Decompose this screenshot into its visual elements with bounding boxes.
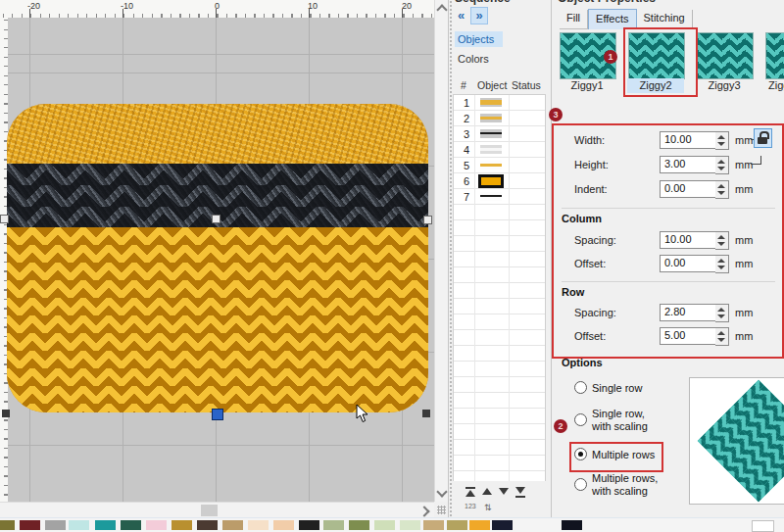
palette-swatch[interactable]: [562, 520, 582, 530]
annotation-badge-1: 1: [604, 50, 617, 64]
design-canvas[interactable]: [8, 18, 434, 502]
ruler-label: 10: [308, 1, 318, 11]
pattern-label-ziggy3[interactable]: Ziggy3: [696, 78, 753, 93]
palette-swatch[interactable]: [172, 520, 192, 530]
move-down-button[interactable]: [496, 487, 510, 499]
object-row-number: 5: [456, 160, 469, 171]
palette-swatch[interactable]: [492, 520, 513, 530]
selection-handle-center[interactable]: [212, 215, 220, 223]
palette-swatch[interactable]: [0, 520, 15, 530]
scroll-right-icon[interactable]: [418, 506, 429, 516]
palette-swatch[interactable]: [374, 520, 395, 530]
palette-swatch[interactable]: [20, 520, 40, 530]
gold-zigzag-fill-region: [7, 227, 428, 412]
object-thumbnail-selected: [478, 174, 504, 188]
sequence-panel-title: Sequence: [455, 0, 511, 5]
embroidery-app-window: -20 -10 0 10 20 Sequence « » Objects: [0, 0, 784, 532]
palette-swatch[interactable]: [222, 520, 243, 530]
radio-single-row-scaling-label2[interactable]: with scaling: [592, 420, 648, 432]
object-row-number: 1: [456, 97, 469, 109]
scroll-up-icon[interactable]: [436, 4, 447, 15]
palette-swatch[interactable]: [400, 520, 420, 530]
resize-grip-icon[interactable]: [437, 506, 446, 514]
sequence-view-colors[interactable]: Colors: [458, 53, 489, 65]
pattern-preview-diamond: [698, 380, 784, 502]
radio-multiple-rows-scaling-label[interactable]: Multiple rows,: [592, 472, 658, 484]
embroidery-design-object[interactable]: [7, 104, 428, 412]
ruler-label: 0: [215, 1, 220, 11]
object-row-number: 3: [456, 128, 469, 140]
selection-handle-bottom-left[interactable]: [2, 410, 10, 417]
object-row-3[interactable]: 3: [454, 126, 545, 142]
object-row-6-selected[interactable]: 6: [454, 173, 545, 189]
ruler-label: -20: [27, 1, 40, 11]
radio-single-row-scaling-label[interactable]: Single row,: [592, 408, 645, 419]
pattern-label-ziggy1[interactable]: Ziggy1: [559, 78, 615, 93]
resequence-updown-icon[interactable]: ⇅: [484, 503, 492, 512]
object-row-number: 2: [456, 113, 469, 124]
palette-swatch[interactable]: [95, 520, 116, 530]
object-row-4[interactable]: 4: [454, 142, 545, 158]
move-up-button[interactable]: [479, 487, 493, 499]
radio-single-row[interactable]: [574, 381, 587, 394]
object-row-number: 7: [456, 191, 469, 203]
selection-handle-bottom-center[interactable]: [212, 409, 223, 420]
expand-right-button[interactable]: »: [470, 7, 488, 24]
object-row-5[interactable]: 5: [454, 158, 545, 173]
tab-stitching[interactable]: Stitching: [637, 10, 693, 28]
object-thumbnail: [480, 129, 502, 138]
sequence-view-objects[interactable]: Objects: [455, 31, 503, 47]
scrollbar-thumb[interactable]: [201, 505, 218, 516]
object-thumbnail: [480, 161, 502, 169]
canvas-vertical-scrollbar[interactable]: [434, 0, 449, 502]
mouse-cursor-icon: [355, 404, 370, 423]
sequence-panel: Sequence « » Objects Colors # Object Sta…: [448, 0, 552, 517]
scroll-down-icon[interactable]: [436, 486, 447, 497]
object-list[interactable]: 1 2 3 4 5 6 7: [453, 94, 546, 481]
object-thumbnail: [480, 192, 502, 201]
palette-swatch[interactable]: [349, 520, 369, 530]
selection-handle-mid-right[interactable]: [423, 216, 432, 224]
pattern-swatch-ziggy3[interactable]: [697, 32, 754, 79]
palette-swatch[interactable]: [45, 520, 66, 530]
palette-swatch[interactable]: [752, 520, 774, 532]
palette-swatch[interactable]: [469, 520, 490, 530]
collapse-left-button[interactable]: «: [458, 8, 465, 23]
column-header-object: Object: [477, 79, 507, 91]
pattern-swatch-ziggy4[interactable]: [765, 32, 784, 79]
resequence-123-icon[interactable]: 123: [465, 503, 476, 509]
palette-swatch[interactable]: [69, 520, 89, 530]
sequence-footer-toolbar: 123 ⇅: [459, 485, 547, 514]
object-properties-title: Object Properties: [558, 0, 656, 5]
canvas-horizontal-scrollbar[interactable]: [0, 502, 434, 518]
object-thumbnail: [480, 145, 502, 154]
pattern-label-ziggy4[interactable]: Zigg: [764, 78, 784, 93]
move-to-bottom-button[interactable]: [513, 487, 526, 499]
radio-single-row-scaling[interactable]: [574, 413, 587, 426]
tab-fill[interactable]: Fill: [560, 10, 588, 28]
palette-swatch[interactable]: [447, 520, 467, 530]
ruler-label: -10: [121, 1, 133, 11]
palette-swatch[interactable]: [423, 520, 444, 530]
object-row-7[interactable]: 7: [454, 189, 545, 205]
selection-handle-mid-left[interactable]: [0, 215, 9, 223]
palette-swatch[interactable]: [248, 520, 269, 530]
radio-multiple-rows-scaling[interactable]: [574, 478, 587, 491]
radio-multiple-rows-scaling-label2[interactable]: with scaling: [592, 485, 648, 497]
palette-swatch[interactable]: [197, 520, 218, 530]
object-row-number: 4: [456, 144, 469, 156]
annotation-badge-3: 3: [549, 108, 563, 121]
tab-effects[interactable]: Effects: [588, 9, 636, 29]
move-to-top-button[interactable]: [463, 487, 476, 499]
palette-swatch[interactable]: [273, 520, 294, 530]
palette-swatch[interactable]: [299, 520, 319, 530]
palette-swatch[interactable]: [121, 520, 141, 530]
gold-fill-stitch-region: [7, 104, 428, 164]
object-row-2[interactable]: 2: [454, 111, 545, 126]
selection-handle-bottom-right[interactable]: [422, 410, 430, 417]
palette-swatch[interactable]: [146, 520, 167, 530]
object-row-1[interactable]: 1: [454, 95, 545, 111]
ruler-horizontal: -20 -10 0 10 20: [0, 0, 434, 19]
radio-single-row-label[interactable]: Single row: [592, 382, 642, 394]
palette-swatch[interactable]: [323, 520, 344, 530]
